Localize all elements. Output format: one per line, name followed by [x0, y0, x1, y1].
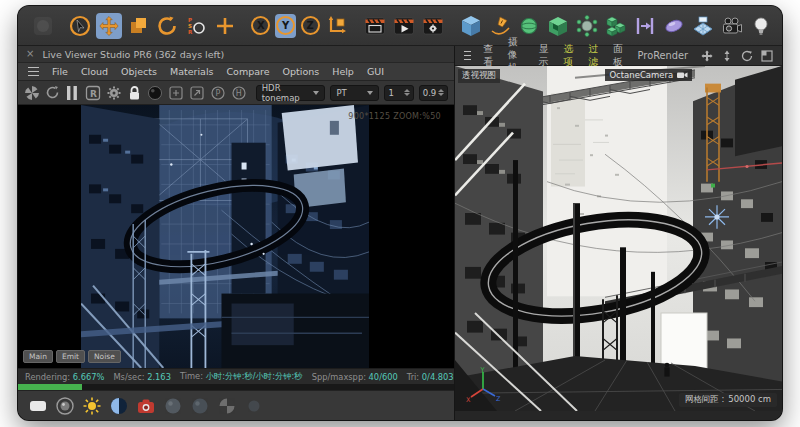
menu-options[interactable]: Options	[283, 66, 320, 77]
menu-compare[interactable]: Compare	[226, 66, 269, 77]
render-region-icon[interactable]	[28, 396, 48, 416]
rotate-tool[interactable]	[154, 13, 180, 39]
generator-object[interactable]	[516, 13, 542, 39]
axis-plus-tool[interactable]	[212, 13, 238, 39]
stepper-icon[interactable]	[438, 89, 444, 97]
svg-text:Z: Z	[496, 395, 501, 403]
material-ball-icon[interactable]	[147, 84, 163, 102]
vp-menu-options[interactable]: 选项	[564, 43, 577, 69]
live-selection-tool[interactable]	[67, 13, 93, 39]
view-name-label[interactable]: 透视视图	[458, 69, 500, 83]
viewport-menubar: 查看 摄像机 显示 选项 过滤 面板 ProRender	[455, 46, 782, 66]
svg-text:Y: Y	[480, 366, 485, 374]
scale-tool[interactable]	[125, 13, 151, 39]
deformer-object[interactable]	[632, 13, 658, 39]
viewport-canvas[interactable]: 透视视图 OctaneCamera 网格间距 :50000 cm Y X Z	[455, 66, 782, 411]
live-viewer-window: × Live Viewer Studio PR6 (362 days left)…	[18, 46, 455, 420]
chevron-down-icon	[367, 91, 373, 95]
menu-materials[interactable]: Materials	[170, 66, 214, 77]
render-canvas[interactable]: 900*1125 ZOOM:%50 Main Emit Noise	[18, 105, 454, 368]
x-axis-lock[interactable]: X	[250, 14, 272, 38]
camera-icon	[677, 71, 688, 79]
move-tool[interactable]	[96, 13, 122, 39]
menu-gui[interactable]: GUI	[367, 66, 384, 77]
material-picker-icon[interactable]	[55, 396, 75, 416]
vp-menu-filter[interactable]: 过滤	[588, 43, 601, 69]
octane-logo-icon[interactable]	[24, 84, 40, 102]
vp-menu-display[interactable]: 显示	[539, 43, 552, 69]
resolution-zoom-overlay: 900*1125 ZOOM:%50	[348, 112, 441, 121]
menu-objects[interactable]: Objects	[121, 66, 157, 77]
tonemap-dropdown[interactable]: HDR tonemap	[256, 85, 326, 101]
stepper-icon[interactable]	[404, 89, 410, 97]
pick-focus-icon[interactable]: P	[210, 84, 226, 102]
sun-light-icon[interactable]	[82, 396, 102, 416]
status-spp: Spp/maxspp: 40/600	[312, 372, 398, 382]
vp-menu-prorender[interactable]: ProRender	[638, 50, 688, 61]
camera-object[interactable]	[719, 13, 745, 39]
viewport-nav-controls	[700, 49, 773, 62]
vp-menu-view[interactable]: 查看	[483, 43, 496, 69]
pick-material-icon[interactable]: H	[231, 84, 247, 102]
restart-render-icon[interactable]: R	[85, 84, 101, 102]
modeling-object[interactable]	[545, 13, 571, 39]
sphere-b-icon[interactable]	[190, 396, 210, 416]
toggle-view-icon[interactable]	[760, 49, 773, 62]
light-object[interactable]	[748, 13, 774, 39]
live-viewer-titlebar[interactable]: × Live Viewer Studio PR6 (362 days left)	[18, 46, 454, 63]
spline-object[interactable]	[661, 13, 687, 39]
status-tri: Tri: 0/4.803m	[407, 372, 454, 382]
add-cube[interactable]	[458, 13, 484, 39]
pan-view-icon[interactable]	[700, 49, 713, 62]
vp-menu-panel[interactable]: 面板	[613, 43, 626, 69]
menu-help[interactable]: Help	[332, 66, 354, 77]
z-axis-lock[interactable]: Z	[299, 14, 321, 38]
psr-tool[interactable]: PSR	[183, 13, 209, 39]
pause-icon[interactable]	[65, 84, 80, 102]
small-sphere-icon[interactable]	[244, 396, 264, 416]
menu-file[interactable]: File	[52, 66, 68, 77]
active-camera-label[interactable]: OctaneCamera	[605, 69, 692, 81]
save-image-icon[interactable]	[168, 84, 184, 102]
refresh-icon[interactable]	[45, 84, 60, 102]
render-settings[interactable]	[420, 13, 446, 39]
sphere-a-icon[interactable]	[163, 396, 183, 416]
kernel-dropdown[interactable]: PT	[330, 85, 379, 101]
menu-icon[interactable]	[28, 67, 39, 76]
cinema4d-window: PSR X Y Z	[18, 6, 782, 420]
svg-text:P: P	[215, 89, 220, 98]
octane-render-image	[81, 105, 369, 368]
export-image-icon[interactable]	[189, 84, 205, 102]
app-icon-dim	[30, 13, 56, 39]
exposure-field[interactable]: 0.9	[419, 85, 448, 101]
pass-emit-button[interactable]: Emit	[56, 350, 85, 363]
diffuse-mode-icon[interactable]	[109, 396, 129, 416]
pass-main-button[interactable]: Main	[23, 350, 53, 363]
floor-object[interactable]	[690, 13, 716, 39]
pass-noise-button[interactable]: Noise	[88, 350, 121, 363]
settings-gear-icon[interactable]	[106, 84, 122, 102]
render-status-bar: Rendering: 6.667% Ms/sec: 2.163 Time: 小时…	[18, 368, 454, 384]
svg-text:R: R	[90, 88, 97, 98]
dolly-view-icon[interactable]	[720, 49, 733, 62]
close-icon[interactable]: ×	[26, 49, 34, 59]
coordinate-system[interactable]	[324, 13, 350, 39]
pen-spline-tool[interactable]	[487, 13, 513, 39]
lock-resolution-icon[interactable]	[127, 84, 142, 102]
rotate-view-icon[interactable]	[740, 49, 753, 62]
render-view[interactable]	[362, 13, 388, 39]
render-picture-viewer[interactable]	[391, 13, 417, 39]
workspace: × Live Viewer Studio PR6 (362 days left)…	[18, 46, 782, 420]
live-viewer-menubar: File Cloud Objects Materials Compare Opt…	[18, 63, 454, 81]
y-axis-lock[interactable]: Y	[275, 14, 297, 38]
svg-text:H: H	[236, 89, 242, 98]
menu-cloud[interactable]: Cloud	[81, 66, 108, 77]
checker-sphere-icon[interactable]	[217, 396, 237, 416]
viewer-bottom-toolbar	[18, 390, 454, 420]
status-time: Time: 小时:分钟:秒/小时:分钟:秒	[180, 371, 303, 382]
cloner-object[interactable]	[603, 13, 629, 39]
camera-render-icon[interactable]	[136, 396, 156, 416]
menu-icon[interactable]	[464, 51, 471, 60]
samples-field[interactable]: 1	[384, 85, 413, 101]
field-object[interactable]	[574, 13, 600, 39]
